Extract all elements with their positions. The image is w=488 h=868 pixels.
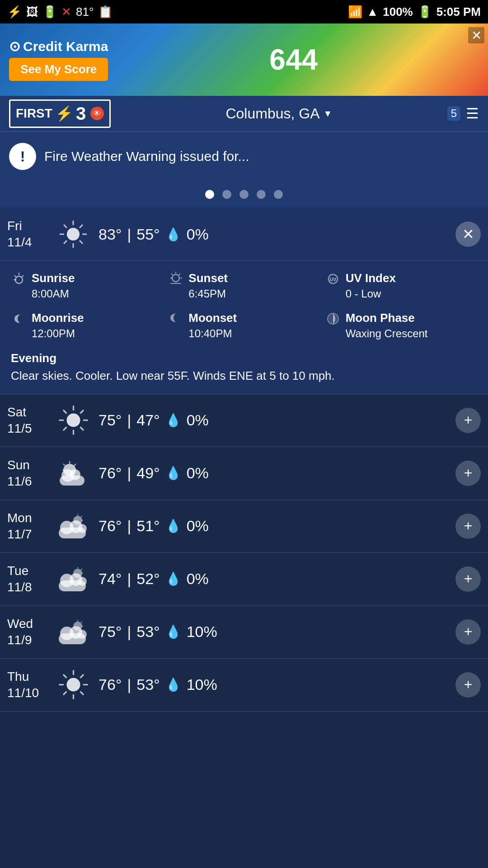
svg-point-14 [172, 274, 179, 282]
wifi-icon: 📶 [348, 5, 362, 19]
svg-point-24 [66, 414, 80, 427]
app-logo: FIRST ⚡ 3 👁 [9, 99, 111, 128]
moon-phase-text: Moon Phase Waxing Crescent [346, 310, 428, 341]
day-temps-2: 76° | 51° 💧 0% [99, 517, 448, 535]
day-date-1: Sun 11/6 [7, 457, 48, 490]
day-row-thu[interactable]: Thu 11/10 76° | 53° 💧 10% + [0, 659, 488, 712]
day-separator-4: | [127, 623, 131, 641]
day-expand-2[interactable]: + [455, 514, 481, 539]
day-high-1: 76° [99, 464, 122, 482]
svg-line-71 [80, 692, 84, 695]
day-expand-1[interactable]: + [455, 461, 481, 486]
day-rain-icon-4: 💧 [165, 624, 181, 639]
svg-line-8 [64, 241, 67, 244]
svg-point-64 [78, 630, 87, 639]
fri-rain: 0% [187, 226, 209, 243]
battery-percent: 100% [383, 5, 413, 19]
credit-karma-logo: ⊙ Credit Karma [9, 38, 108, 54]
day-rain-icon-3: 💧 [165, 571, 181, 586]
day-expand-4[interactable]: + [455, 619, 481, 645]
sunset-icon [168, 271, 184, 291]
svg-point-9 [15, 276, 23, 283]
notification-badge[interactable]: 5 [447, 106, 460, 121]
moonset-text: Moonset 10:40PM [188, 310, 237, 341]
day-rain-icon-0: 💧 [165, 413, 181, 428]
day-high-0: 75° [99, 411, 122, 429]
day-temps-3: 74° | 52° 💧 0% [99, 570, 448, 588]
day-expand-5[interactable]: + [455, 672, 481, 698]
battery-full-icon: 🔋 [418, 5, 432, 19]
moonrise-icon [11, 311, 27, 330]
temp-status: 81° [76, 5, 94, 19]
svg-line-12 [14, 275, 16, 277]
day-separator-2: | [127, 517, 131, 535]
day-rain-0: 0% [187, 411, 209, 429]
app-header: FIRST ⚡ 3 👁 Columbus, GA ▼ 5 ☰ [0, 96, 488, 132]
day-high-2: 76° [99, 517, 122, 535]
svg-point-40 [70, 469, 80, 480]
day-row-sat[interactable]: Sat 11/5 75° | 47° 💧 0% + [0, 394, 488, 447]
fri-date: Fri 11/4 [7, 218, 48, 251]
sunset-cell: Sunset 6:45PM [168, 270, 320, 302]
dot-5[interactable] [274, 190, 283, 199]
ad-banner: ⊙ Credit Karma See My Score 644 ✕ [0, 24, 488, 96]
credit-karma-name: Credit Karma [23, 39, 108, 54]
ad-close-button[interactable]: ✕ [468, 27, 484, 43]
image-icon: 🖼 [26, 5, 38, 19]
day-low-1: 49° [136, 464, 160, 482]
dot-2[interactable] [222, 190, 231, 199]
svg-line-73 [63, 692, 67, 695]
day-rain-4: 10% [187, 623, 217, 641]
warning-text: Fire Weather Warning issued for... [44, 149, 479, 164]
day-row-fri[interactable]: Fri 11/4 83° | 55° � [0, 208, 488, 261]
day-row-sun[interactable]: Sun 11/6 76° | 49° 💧 0% + [0, 447, 488, 500]
day-icon-4 [55, 614, 91, 650]
warning-banner[interactable]: ! Fire Weather Warning issued for... [0, 132, 488, 181]
sunrise-icon [11, 271, 27, 291]
exclamation-icon: ! [20, 148, 25, 165]
dot-3[interactable] [239, 190, 249, 199]
day-expand-3[interactable]: + [455, 566, 481, 592]
day-row-tue[interactable]: Tue 11/8 74° | 52° 💧 0% + [0, 553, 488, 606]
usb-icon: ⚡ [7, 5, 22, 19]
moonrise-text: Moonrise 12:00PM [32, 310, 84, 341]
evening-description: Evening Clear skies. Cooler. Low near 55… [11, 349, 477, 385]
location-display[interactable]: Columbus, GA ▼ [225, 105, 332, 122]
day-date-2: Mon 11/7 [7, 510, 48, 543]
battery-icon-small: 🔋 [42, 5, 57, 19]
pagination-dots [0, 181, 488, 208]
day-row-wed[interactable]: Wed 11/9 75° | 53° 💧 10% + [0, 606, 488, 659]
day-rain-5: 10% [187, 676, 217, 693]
day-separator-5: | [127, 676, 131, 693]
moon-phase-cell: Moon Phase Waxing Crescent [325, 310, 477, 341]
detail-grid: Sunrise 8:00AM [11, 270, 477, 341]
svg-line-18 [171, 274, 173, 275]
day-temps-1: 76° | 49° 💧 0% [99, 464, 448, 482]
svg-line-60 [81, 622, 82, 623]
logo-eye-icon: 👁 [90, 107, 104, 120]
svg-line-32 [63, 427, 67, 431]
day-temps-0: 75° | 47° 💧 0% [99, 411, 448, 429]
day-low-2: 51° [136, 517, 160, 535]
day-icon-3 [55, 561, 91, 597]
moon-phase-icon [325, 311, 341, 330]
day-row-mon[interactable]: Mon 11/7 76° | 51° 💧 0% + [0, 500, 488, 553]
see-score-button[interactable]: See My Score [9, 58, 108, 81]
svg-line-7 [80, 225, 83, 228]
logo-lightning-icon: ⚡ [55, 105, 73, 122]
day-date-5: Thu 11/10 [7, 669, 48, 702]
ad-left: ⊙ Credit Karma See My Score [9, 38, 108, 81]
day-rain-icon-5: 💧 [165, 677, 181, 692]
menu-icon[interactable]: ☰ [466, 105, 479, 122]
svg-line-31 [80, 410, 84, 414]
forecast-rows: Sat 11/5 75° | 47° 💧 0% + Sun 1 [0, 394, 488, 712]
day-rain-1: 0% [187, 464, 209, 482]
status-icons-right: 📶 ▲ 100% 🔋 5:05 PM [348, 5, 481, 19]
day-expand-0[interactable]: + [455, 408, 481, 433]
signal-icon: ▲ [367, 5, 379, 19]
fri-close-button[interactable]: ✕ [455, 222, 481, 247]
day-separator-0: | [127, 411, 131, 429]
dot-4[interactable] [257, 190, 266, 199]
logo-3-text: 3 [76, 104, 86, 124]
dot-1[interactable] [205, 190, 214, 199]
